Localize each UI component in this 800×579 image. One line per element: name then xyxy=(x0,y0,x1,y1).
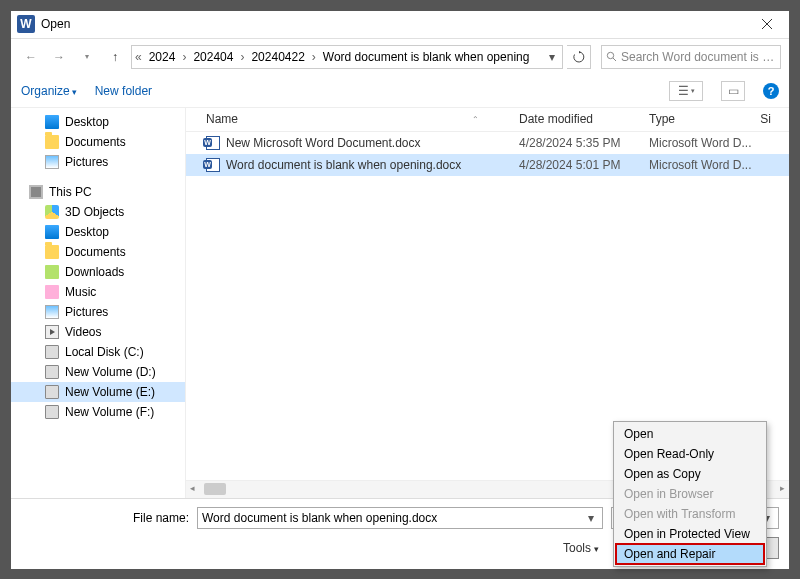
file-row[interactable]: Word document is blank when opening.docx… xyxy=(186,154,789,176)
pc-icon xyxy=(29,185,43,199)
scroll-right-icon[interactable]: ▸ xyxy=(780,483,785,493)
up-button[interactable]: ↑ xyxy=(103,45,127,69)
file-name: New Microsoft Word Document.docx xyxy=(226,136,421,150)
column-name[interactable]: Name ⌃ xyxy=(194,112,519,126)
tree-item[interactable]: Documents xyxy=(11,132,185,152)
word-file-icon xyxy=(206,158,220,172)
tree-item-label: Music xyxy=(65,285,96,299)
tree-item-this-pc[interactable]: This PC xyxy=(11,182,185,202)
column-type[interactable]: Type xyxy=(649,112,759,126)
breadcrumb-segment[interactable]: Word document is blank when opening xyxy=(319,50,534,64)
tree-item[interactable]: Downloads xyxy=(11,262,185,282)
tree-item-label: Downloads xyxy=(65,265,124,279)
tree-item[interactable]: Music xyxy=(11,282,185,302)
menu-item[interactable]: Open Read-Only xyxy=(616,444,764,464)
desktop-icon xyxy=(45,115,59,129)
tree-item-label: 3D Objects xyxy=(65,205,124,219)
chevron-down-icon xyxy=(72,87,77,97)
recent-locations-button[interactable]: ▾ xyxy=(75,45,99,69)
word-icon: W xyxy=(17,15,35,33)
disk-icon xyxy=(45,385,59,399)
tree-item[interactable]: New Volume (E:) xyxy=(11,382,185,402)
chevron-down-icon[interactable] xyxy=(584,511,598,525)
tree-item[interactable]: Documents xyxy=(11,242,185,262)
organize-menu[interactable]: Organize xyxy=(21,84,77,98)
file-row[interactable]: New Microsoft Word Document.docx4/28/202… xyxy=(186,132,789,154)
toolbar: Organize New folder ☰ ▭ ? xyxy=(11,75,789,107)
help-button[interactable]: ? xyxy=(763,83,779,99)
tree-item[interactable]: Desktop xyxy=(11,112,185,132)
svg-point-2 xyxy=(607,52,613,58)
filename-input[interactable]: Word document is blank when opening.docx xyxy=(197,507,603,529)
tree-item[interactable]: New Volume (D:) xyxy=(11,362,185,382)
scrollbar-thumb[interactable] xyxy=(204,483,226,495)
sort-indicator-icon: ⌃ xyxy=(472,115,479,124)
close-icon xyxy=(762,19,772,29)
disk-icon xyxy=(45,365,59,379)
file-list-header[interactable]: Name ⌃ Date modified Type Si xyxy=(186,108,789,132)
downloads-icon xyxy=(45,265,59,279)
tree-item[interactable]: Pictures xyxy=(11,152,185,172)
filename-label: File name: xyxy=(21,511,189,525)
3d-icon xyxy=(45,205,59,219)
window-title: Open xyxy=(41,17,749,31)
chevron-right-icon xyxy=(181,50,187,64)
music-icon xyxy=(45,285,59,299)
breadcrumb-bar[interactable]: « 2024 202404 20240422 Word document is … xyxy=(131,45,563,69)
chevron-right-icon xyxy=(311,50,317,64)
file-name: Word document is blank when opening.docx xyxy=(226,158,461,172)
search-input[interactable]: Search Word document is bla... xyxy=(601,45,781,69)
tree-item-label: Desktop xyxy=(65,225,109,239)
menu-item[interactable]: Open as Copy xyxy=(616,464,764,484)
menu-item: Open in Browser xyxy=(616,484,764,504)
navigation-tree[interactable]: DesktopDocumentsPictures This PC 3D Obje… xyxy=(11,108,186,498)
search-placeholder: Search Word document is bla... xyxy=(621,50,776,64)
folder-icon xyxy=(45,135,59,149)
disk-icon xyxy=(45,345,59,359)
tree-item[interactable]: Desktop xyxy=(11,222,185,242)
tree-item[interactable]: Videos xyxy=(11,322,185,342)
tree-item-label: Videos xyxy=(65,325,101,339)
column-date[interactable]: Date modified xyxy=(519,112,649,126)
tree-item-label: Documents xyxy=(65,135,126,149)
word-file-icon xyxy=(206,136,220,150)
menu-item: Open with Transform xyxy=(616,504,764,524)
tree-item[interactable]: 3D Objects xyxy=(11,202,185,222)
menu-item[interactable]: Open xyxy=(616,424,764,444)
menu-item[interactable]: Open and Repair xyxy=(616,544,764,564)
filename-value: Word document is blank when opening.docx xyxy=(202,511,584,525)
tools-menu[interactable]: Tools xyxy=(563,541,599,555)
refresh-button[interactable] xyxy=(567,45,591,69)
tree-item-label: New Volume (D:) xyxy=(65,365,156,379)
file-type: Microsoft Word D... xyxy=(649,136,759,150)
column-size[interactable]: Si xyxy=(759,112,789,126)
menu-item[interactable]: Open in Protected View xyxy=(616,524,764,544)
chevron-right-icon xyxy=(239,50,245,64)
desktop-icon xyxy=(45,225,59,239)
close-button[interactable] xyxy=(749,14,785,34)
breadcrumb-dropdown[interactable] xyxy=(544,50,560,64)
videos-icon xyxy=(45,325,59,339)
tree-item-label: Pictures xyxy=(65,155,108,169)
chevron-down-icon xyxy=(594,544,599,554)
nav-row: ← → ▾ ↑ « 2024 202404 20240422 Word docu… xyxy=(11,39,789,75)
breadcrumb-segment[interactable]: 2024 xyxy=(145,50,180,64)
tree-item-label: New Volume (E:) xyxy=(65,385,155,399)
disk-icon xyxy=(45,405,59,419)
back-button[interactable]: ← xyxy=(19,45,43,69)
tree-item[interactable]: New Volume (F:) xyxy=(11,402,185,422)
open-dialog: W Open ← → ▾ ↑ « 2024 202404 20240422 Wo… xyxy=(10,10,790,570)
tree-item[interactable]: Local Disk (C:) xyxy=(11,342,185,362)
tree-item[interactable]: Pictures xyxy=(11,302,185,322)
breadcrumb-overflow[interactable]: « xyxy=(134,50,143,64)
preview-pane-button[interactable]: ▭ xyxy=(721,81,745,101)
search-icon xyxy=(606,51,617,62)
tree-item-label: Pictures xyxy=(65,305,108,319)
scroll-left-icon[interactable]: ◂ xyxy=(190,483,195,493)
new-folder-button[interactable]: New folder xyxy=(95,84,152,98)
view-options-button[interactable]: ☰ xyxy=(669,81,703,101)
forward-button[interactable]: → xyxy=(47,45,71,69)
tree-item-label: This PC xyxy=(49,185,92,199)
breadcrumb-segment[interactable]: 20240422 xyxy=(247,50,308,64)
breadcrumb-segment[interactable]: 202404 xyxy=(189,50,237,64)
